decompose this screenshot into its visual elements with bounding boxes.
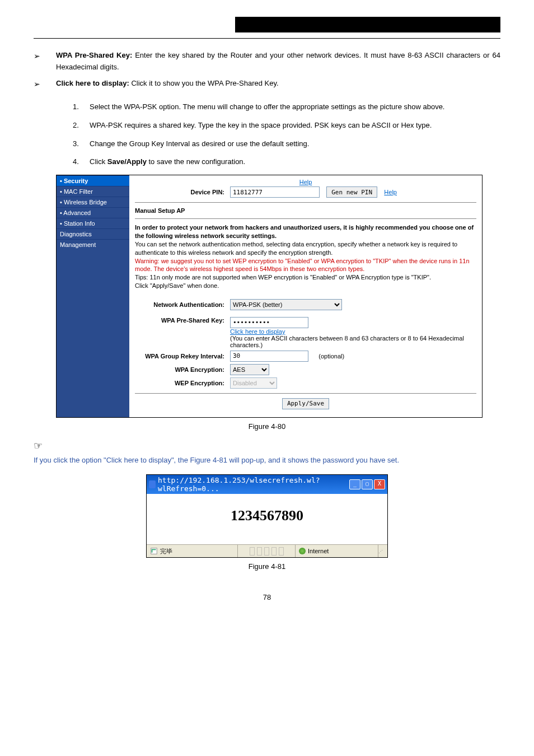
wpa-enc-label: WPA Encryption:: [135, 366, 230, 373]
step-text-4: Click Save/Apply to save the new configu…: [90, 156, 500, 168]
rekey-input[interactable]: [230, 351, 308, 362]
sidebar: • Security • MAC Filter • Wireless Bridg…: [57, 175, 129, 417]
bullet-item-1: WPA Pre-Shared Key: Enter the key shared…: [56, 50, 500, 73]
step-text-2: WPA-PSK requires a shared key. Type the …: [90, 120, 500, 132]
network-auth-label: Network Authentication:: [135, 301, 230, 308]
psk-input[interactable]: [230, 317, 308, 328]
resize-grip[interactable]: ⋰: [378, 549, 387, 554]
header-black-bar: [235, 17, 500, 32]
sidebar-item-diagnostics[interactable]: Diagnostics: [57, 228, 129, 239]
section-divider: [135, 218, 476, 219]
section-divider: [135, 202, 476, 203]
rekey-optional: (optional): [318, 352, 344, 359]
done-icon: [150, 547, 158, 555]
status-done-text: 完毕: [160, 547, 172, 556]
wpa-enc-select[interactable]: AES: [230, 364, 269, 375]
section-divider: [135, 393, 476, 394]
wep-enc-select: Disabled: [230, 377, 277, 389]
router-settings-screenshot: • Security • MAC Filter • Wireless Bridg…: [56, 175, 483, 418]
psk-label: WPA Pre-Shared Key:: [135, 317, 230, 324]
sidebar-item-advanced[interactable]: • Advanced: [57, 207, 129, 218]
internet-icon: [299, 548, 306, 554]
intro-warning: Warning: we suggest you not to set WEP e…: [135, 257, 476, 274]
popup-url: http://192.168.1.253/wlsecrefresh.wl?wlR…: [158, 476, 349, 493]
sidebar-item-wireless-bridge[interactable]: • Wireless Bridge: [57, 197, 129, 207]
status-internet-text: Internet: [308, 548, 329, 554]
progress-segment: [257, 547, 262, 556]
figure-caption-1: Figure 4-80: [34, 422, 500, 431]
wep-enc-label: WEP Encryption:: [135, 380, 230, 386]
intro-plain: You can set the network authentication m…: [135, 240, 476, 257]
page-number: 78: [34, 593, 500, 601]
intro-bold: In order to protect your network from ha…: [135, 223, 476, 240]
step-text-3: Change the Group Key Interval as desired…: [90, 138, 500, 150]
sidebar-item-security[interactable]: • Security: [57, 175, 129, 186]
sidebar-item-station-info[interactable]: • Station Info: [57, 218, 129, 228]
network-auth-select[interactable]: WPA-PSK (better): [230, 299, 342, 310]
help-link-top[interactable]: Help: [299, 179, 312, 185]
popup-titlebar: http://192.168.1.253/wlsecrefresh.wl?wlR…: [147, 475, 387, 494]
step-num-1: 1.: [73, 101, 90, 113]
note-icon: ☞: [34, 440, 500, 452]
bullet-label-1: WPA Pre-Shared Key:: [56, 51, 132, 59]
progress-segment: [250, 547, 255, 556]
bullet-item-2: Click here to display: Click it to show …: [56, 78, 500, 90]
device-pin-input[interactable]: [230, 186, 320, 198]
progress-segment: [264, 547, 269, 556]
sidebar-item-mac-filter[interactable]: • MAC Filter: [57, 186, 129, 197]
maximize-button[interactable]: ▢: [362, 479, 373, 489]
bullet-text-2: Click it to show you the WPA Pre-Shared …: [129, 79, 279, 87]
manual-setup-title: Manual Setup AP: [135, 207, 476, 214]
step-num-2: 2.: [73, 120, 90, 132]
popup-window: http://192.168.1.253/wlsecrefresh.wl?wlR…: [146, 474, 388, 558]
figure-caption-2: Figure 4-81: [34, 562, 500, 571]
close-button[interactable]: X: [374, 479, 385, 489]
popup-body: 1234567890: [147, 494, 387, 544]
help-link[interactable]: Help: [384, 189, 397, 195]
header-rule: [34, 38, 500, 39]
step-text-1: Select the WPA-PSK option. The menu will…: [90, 101, 500, 113]
bullet-label-2: Click here to display:: [56, 79, 129, 87]
bullet-glyph: ➢: [34, 50, 56, 73]
gen-new-pin-button[interactable]: Gen new PIN: [326, 186, 377, 198]
click-here-to-display-link[interactable]: Click here to display: [230, 328, 285, 335]
intro-tips: Tips: 11n only mode are not supported wh…: [135, 273, 476, 282]
apply-save-button[interactable]: Apply/Save: [282, 398, 329, 409]
popup-password: 1234567890: [147, 507, 387, 524]
ie-icon: [149, 480, 156, 488]
rekey-label: WPA Group Rekey Interval:: [135, 353, 230, 360]
bullet-glyph: ➢: [34, 78, 56, 90]
minimize-button[interactable]: _: [349, 479, 360, 489]
psk-hint: (You can enter ASCII characters between …: [230, 335, 464, 348]
intro-click: Click "Apply/Save" when done.: [135, 282, 476, 290]
sidebar-item-management[interactable]: Management: [57, 239, 129, 250]
progress-segment: [279, 547, 284, 556]
note-text: If you click the option "Click here to d…: [34, 454, 500, 466]
progress-segment: [271, 547, 277, 556]
device-pin-label: Device PIN:: [135, 189, 230, 195]
step-num-3: 3.: [73, 138, 90, 150]
step-num-4: 4.: [73, 156, 90, 168]
popup-statusbar: 完毕 Internet ⋰: [147, 544, 387, 557]
main-panel: Help Device PIN: Gen new PIN Help Manual…: [129, 175, 482, 417]
